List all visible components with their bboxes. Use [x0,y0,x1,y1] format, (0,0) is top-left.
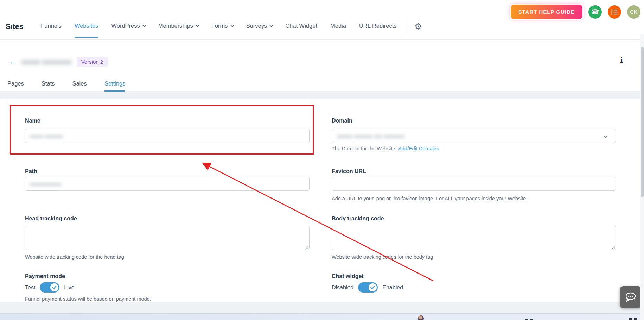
chevron-down-icon [230,23,234,27]
payment-mode-toggle[interactable] [40,282,59,293]
avatar [418,315,424,320]
add-edit-domains-link[interactable]: Add/Edit Domains [398,146,439,151]
info-icon[interactable]: i [620,56,623,64]
page-gap-band [0,302,644,313]
body-tracking-textarea[interactable] [332,226,616,250]
back-arrow-icon[interactable]: ← [8,58,17,66]
path-label: Path [25,168,37,175]
chat-on-label: Enabled [382,284,403,291]
head-tracking-textarea[interactable] [25,226,310,250]
body-tracking-label: Body tracking code [332,215,384,222]
nav-item-wordpress[interactable]: WordPress [111,23,145,31]
path-value-blurred: xxxxxxxxxxxx [30,181,62,187]
domain-helper: The Domain for the Website -Add/Edit Dom… [332,146,439,151]
site-tabs: Pages Stats Sales Settings [7,80,125,92]
payment-on-label: Live [64,284,74,291]
version-badge: Version 2 [77,57,108,67]
check-icon [52,286,57,289]
payment-off-label: Test [25,284,35,291]
nav-item-funnels[interactable]: Funnels [41,23,62,31]
settings-card: Name xxxxx xxxxxxx Path xxxxxxxxxxxx Hea… [0,99,644,302]
path-input[interactable]: xxxxxxxxxxxx [25,177,310,191]
check-icon [370,286,375,289]
chat-fab-button[interactable] [620,286,642,308]
tab-stats[interactable]: Stats [42,80,55,92]
name-value-blurred: xxxxx xxxxxxx [30,133,63,139]
nav-divider [407,21,407,32]
clipped-text-fragment [525,319,533,320]
chat-bubble-icon [625,292,637,302]
name-label: Name [25,118,40,124]
app-brand: Sites [6,22,23,31]
nav-item-url-redirects[interactable]: URL Redirects [359,23,397,31]
start-help-guide-button[interactable]: START HELP GUIDE [511,5,582,19]
primary-nav: Sites Funnels Websites WordPress Members… [6,21,422,32]
head-tracking-label: Head tracking code [25,215,77,222]
site-name-blurred: xxxxx xxxxxxxx [21,58,72,66]
chat-off-label: Disabled [332,284,353,291]
favicon-label: Favicon URL [332,168,366,175]
domain-label: Domain [332,118,352,124]
nav-item-surveys[interactable]: Surveys [246,23,273,31]
page-gap-band [0,91,644,99]
domain-value-blurred: xxxxxx xxxxxxx xxx xxxxxxxx [337,133,405,139]
payment-mode-helper: Funnel payment status will be based on p… [25,296,151,302]
phone-button[interactable]: ☎ [588,5,602,19]
domain-select[interactable]: xxxxxx xxxxxxx xxx xxxxxxxx [332,129,616,143]
chevron-down-icon [269,23,273,27]
chat-widget-toggle[interactable] [358,282,378,293]
nav-item-chat-widget[interactable]: Chat Widget [285,23,317,31]
payment-mode-label: Payment mode [25,273,65,280]
chevron-down-icon [196,23,199,27]
chevron-down-icon [142,23,146,27]
checklist-button[interactable] [608,5,621,19]
name-input[interactable]: xxxxx xxxxxxx [25,129,310,143]
head-tracking-helper: Website wide tracking code for the head … [25,254,124,260]
user-avatar[interactable]: CK [627,5,640,19]
top-header: Sites Funnels Websites WordPress Members… [0,0,644,40]
scrollbar-thumb[interactable] [641,47,644,197]
next-section-peek [0,313,644,320]
list-icon [611,9,618,15]
chat-widget-label: Chat widget [332,273,364,280]
favicon-input[interactable] [332,177,616,191]
favicon-helper: Add a URL to your .png or .ico favicon i… [332,196,527,201]
phone-icon: ☎ [591,8,599,16]
clipped-text-fragment [629,318,639,320]
nav-item-websites[interactable]: Websites [75,23,98,31]
nav-item-memberships[interactable]: Memberships [158,23,198,31]
nav-item-media[interactable]: Media [330,23,346,31]
tab-settings[interactable]: Settings [104,80,126,92]
tab-sales[interactable]: Sales [72,80,87,92]
body-tracking-helper: Website wide tracking codes for the body… [332,254,433,260]
tab-pages[interactable]: Pages [7,80,24,92]
gear-icon[interactable]: ⚙ [415,22,422,31]
nav-item-forms[interactable]: Forms [211,23,233,31]
